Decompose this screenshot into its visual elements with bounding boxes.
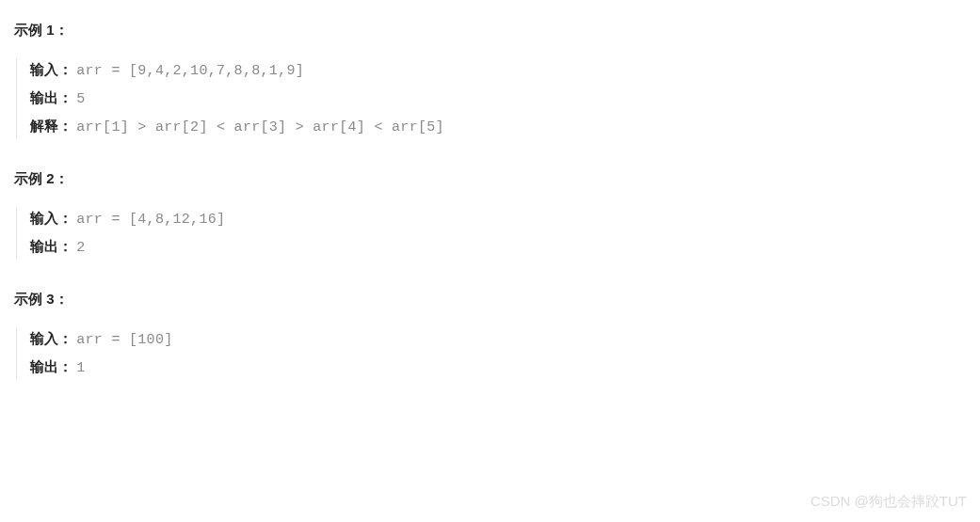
output-line: 输出： 5 [30,87,966,111]
example-2: 示例 2： 输入： arr = [4,8,12,16] 输出： 2 [14,167,966,260]
explain-code: arr[1] > arr[2] < arr[3] > arr[4] < arr[… [76,119,444,135]
input-line: 输入： arr = [100] [30,327,966,352]
example-1: 示例 1： 输入： arr = [9,4,2,10,7,8,8,1,9] 输出：… [14,19,966,139]
output-code: 2 [76,240,85,256]
input-label: 输入： [30,61,72,77]
output-code: 1 [76,360,85,376]
input-label: 输入： [30,330,72,346]
output-label: 输出： [30,358,72,374]
example-3: 示例 3： 输入： arr = [100] 输出： 1 [14,288,966,380]
example-block: 输入： arr = [4,8,12,16] 输出： 2 [16,207,966,260]
example-heading: 示例 3： [14,288,966,310]
example-block: 输入： arr = [9,4,2,10,7,8,8,1,9] 输出： 5 解释：… [16,58,966,139]
explain-label: 解释： [30,118,72,134]
example-block: 输入： arr = [100] 输出： 1 [16,327,966,380]
input-label: 输入： [30,210,72,226]
explain-line: 解释： arr[1] > arr[2] < arr[3] > arr[4] < … [30,115,966,139]
input-line: 输入： arr = [9,4,2,10,7,8,8,1,9] [30,58,966,83]
input-line: 输入： arr = [4,8,12,16] [30,207,966,231]
input-code: arr = [100] [76,332,172,348]
input-code: arr = [4,8,12,16] [76,212,225,228]
example-heading: 示例 2： [14,167,966,190]
example-heading: 示例 1： [14,19,966,41]
output-label: 输出： [30,89,72,105]
output-line: 输出： 1 [30,356,966,380]
output-line: 输出： 2 [30,235,966,260]
input-code: arr = [9,4,2,10,7,8,8,1,9] [76,63,304,79]
output-label: 输出： [30,238,72,254]
output-code: 5 [76,91,85,107]
